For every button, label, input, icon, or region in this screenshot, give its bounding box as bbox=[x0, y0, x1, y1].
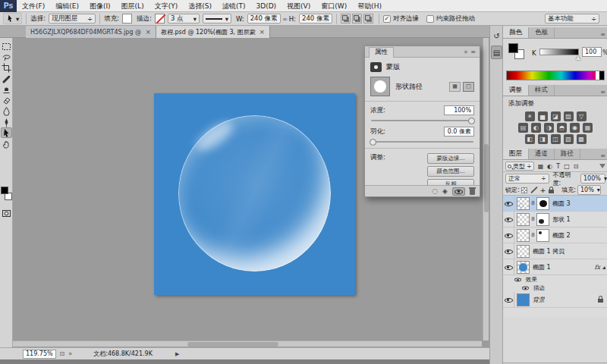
menu-select[interactable]: 选择(S) bbox=[183, 0, 217, 12]
tab-paths[interactable]: 路径 bbox=[555, 149, 580, 159]
zoom-level-field[interactable]: 119.75% bbox=[23, 350, 56, 359]
layer-row-ellipse1-copy[interactable]: 椭圆 1 拷贝 bbox=[503, 243, 607, 259]
k-value-field[interactable]: 100 bbox=[582, 47, 602, 57]
vertical-scrollbar[interactable] bbox=[483, 38, 489, 340]
collapse-panel-icon[interactable]: » bbox=[464, 49, 467, 55]
fill-swatch[interactable] bbox=[122, 14, 132, 24]
mask-link-icon[interactable]: 8 bbox=[530, 216, 536, 222]
lock-transparency-icon[interactable] bbox=[521, 187, 527, 193]
curves-icon[interactable]: ◪ bbox=[551, 111, 561, 121]
blur-tool[interactable] bbox=[1, 105, 12, 116]
filter-type-layers-icon[interactable]: T bbox=[556, 163, 560, 170]
horizontal-scrollbar[interactable] bbox=[13, 340, 482, 347]
filter-smart-objects-icon[interactable]: ⊡ bbox=[574, 163, 579, 170]
path-selection-tool[interactable] bbox=[1, 127, 12, 138]
layer-thumbnail[interactable] bbox=[517, 197, 530, 210]
document-tab-psd[interactable]: 教程.psd @ 120%(椭圆 3, 图层蒙版/8) * × bbox=[156, 26, 270, 38]
threshold-icon[interactable]: ◫ bbox=[551, 134, 561, 144]
panel-menu-icon[interactable]: ≡ bbox=[470, 49, 476, 55]
density-value-field[interactable]: 100% bbox=[444, 105, 474, 115]
close-tab-icon[interactable]: × bbox=[259, 28, 265, 36]
workspace-switcher[interactable]: 基本功能 ÷ bbox=[545, 14, 599, 24]
path-alignment-button[interactable] bbox=[352, 14, 362, 24]
layer-name[interactable]: 椭圆 3 bbox=[552, 199, 571, 208]
menu-window[interactable]: 窗口(W) bbox=[316, 0, 352, 12]
visibility-toggle[interactable] bbox=[503, 228, 514, 243]
tab-channels[interactable]: 通道 bbox=[529, 149, 555, 159]
filter-shape-layers-icon[interactable]: □ bbox=[564, 163, 570, 170]
delete-mask-icon[interactable] bbox=[470, 187, 475, 195]
feather-value-field[interactable]: 0.0 像素 bbox=[444, 127, 474, 136]
link-dimensions-icon[interactable]: ∞ bbox=[282, 15, 288, 23]
panel-menu-icon[interactable]: ≡ bbox=[600, 152, 605, 159]
mask-edge-button[interactable]: 蒙版边缘... bbox=[427, 153, 474, 164]
layer-thumbnail[interactable] bbox=[517, 229, 530, 242]
color-swatches[interactable] bbox=[1, 187, 12, 203]
density-slider[interactable] bbox=[371, 120, 473, 121]
layer-effects-badge[interactable]: fx ▴ bbox=[595, 264, 606, 271]
status-options-arrow[interactable]: ▶ bbox=[175, 351, 179, 357]
layer-row-ellipse2[interactable]: 8 椭圆 2 bbox=[503, 228, 607, 243]
layer-thumbnail[interactable] bbox=[517, 213, 530, 226]
color-balance-icon[interactable]: ◐ bbox=[531, 123, 541, 133]
pen-tool[interactable] bbox=[1, 117, 12, 127]
mask-link-icon[interactable]: 8 bbox=[530, 232, 536, 238]
layer-row-ellipse3[interactable]: 8 椭圆 3 bbox=[503, 196, 607, 212]
layer-row-ellipse1[interactable]: 椭圆 1 fx ▴ bbox=[503, 259, 607, 275]
stroke-width-dropdown[interactable]: 3 点 ▾ bbox=[168, 14, 200, 24]
menu-help[interactable]: 帮助(H) bbox=[352, 0, 387, 12]
invert-icon[interactable]: ◧ bbox=[525, 134, 535, 144]
foreground-color-swatch[interactable] bbox=[1, 187, 8, 194]
k-slider-track[interactable] bbox=[539, 49, 579, 55]
menu-edit[interactable]: 编辑(E) bbox=[50, 0, 84, 12]
select-mode-dropdown[interactable]: 现用图层 ÷ bbox=[49, 14, 96, 24]
hand-tool[interactable] bbox=[1, 139, 12, 149]
tool-preset-picker[interactable]: ▾ bbox=[3, 13, 22, 24]
stroke-effect-row[interactable]: 描边 bbox=[503, 284, 607, 292]
load-selection-icon[interactable]: ◌ bbox=[432, 187, 438, 195]
clone-stamp-tool[interactable] bbox=[1, 84, 12, 95]
channel-mixer-icon[interactable]: ◉ bbox=[570, 123, 580, 133]
properties-panel-header[interactable]: 属性 » ≡ bbox=[365, 46, 480, 58]
foreground-color-swatch[interactable] bbox=[508, 43, 518, 53]
color-lookup-icon[interactable]: ▦ bbox=[583, 123, 593, 133]
properties-panel[interactable]: 属性 » ≡ 蒙版 形状路径 ▦ □ 浓度: 100% 羽化: 0.0 像素 bbox=[364, 46, 480, 197]
horizontal-scrollbar-thumb[interactable] bbox=[187, 342, 278, 347]
apply-mask-icon[interactable]: ◈ bbox=[442, 187, 448, 195]
selective-color-icon[interactable]: ▧ bbox=[564, 134, 574, 144]
black-swatch[interactable] bbox=[599, 71, 604, 80]
align-edges-checkbox[interactable]: ✓ bbox=[383, 15, 391, 23]
filter-kind-dropdown[interactable]: 类型 ÷ bbox=[505, 162, 534, 171]
add-pixel-mask-button[interactable]: ▦ bbox=[449, 82, 461, 92]
close-tab-icon[interactable]: × bbox=[145, 28, 151, 36]
menu-file[interactable]: 文件(F) bbox=[17, 0, 50, 12]
menu-image[interactable]: 图像(I) bbox=[84, 0, 116, 12]
path-operations-button[interactable] bbox=[341, 14, 351, 24]
layer-thumbnail[interactable] bbox=[517, 261, 530, 274]
lasso-tool[interactable] bbox=[1, 52, 12, 62]
stroke-swatch[interactable] bbox=[155, 14, 165, 24]
layer-name[interactable]: 椭圆 1 拷贝 bbox=[533, 247, 565, 256]
menu-view[interactable]: 视图(V) bbox=[281, 0, 316, 12]
effects-visibility-toggle[interactable] bbox=[514, 277, 521, 282]
opacity-dropdown[interactable]: 100% ▾ bbox=[580, 174, 605, 184]
lock-pixels-icon[interactable] bbox=[530, 187, 537, 193]
add-vector-mask-button[interactable]: □ bbox=[463, 82, 474, 92]
photo-filter-icon[interactable]: ◓ bbox=[557, 123, 567, 133]
effects-row[interactable]: 效果 bbox=[503, 275, 607, 284]
tab-adjustments[interactable]: 调整 bbox=[503, 85, 529, 96]
exposure-icon[interactable]: ▨ bbox=[564, 111, 574, 121]
properties-panel-icon[interactable]: ▤ bbox=[491, 46, 502, 59]
mask-thumbnail[interactable] bbox=[536, 213, 549, 226]
filter-adjustment-layers-icon[interactable]: ◐ bbox=[547, 163, 552, 170]
panel-menu-icon[interactable]: ≡ bbox=[600, 89, 605, 96]
density-slider-knob[interactable] bbox=[468, 118, 475, 124]
visibility-toggle[interactable] bbox=[503, 212, 514, 228]
menu-type[interactable]: 文字(Y) bbox=[149, 0, 184, 12]
marquee-tool[interactable] bbox=[1, 41, 12, 52]
filter-toggle-icon[interactable] bbox=[599, 164, 605, 168]
black-white-icon[interactable]: ◑ bbox=[544, 123, 554, 133]
visibility-toggle[interactable] bbox=[503, 292, 514, 308]
layer-name[interactable]: 背景 bbox=[533, 296, 545, 304]
menu-layer[interactable]: 图层(L) bbox=[116, 0, 149, 12]
